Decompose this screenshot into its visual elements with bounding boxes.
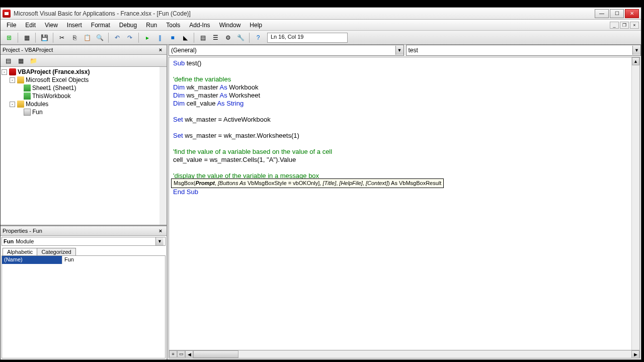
vba-app-icon	[3, 10, 11, 18]
menu-edit[interactable]: Edit	[21, 21, 40, 30]
tree-modules[interactable]: Modules	[26, 101, 48, 108]
vertical-scrollbar[interactable]: ▲	[631, 57, 639, 350]
menu-format[interactable]: Format	[87, 21, 114, 30]
scroll-thumb[interactable]	[193, 350, 238, 358]
expand-icon[interactable]: -	[10, 77, 15, 83]
titlebar: Microsoft Visual Basic for Applications …	[1, 8, 641, 20]
expand-icon[interactable]: -	[2, 69, 7, 75]
project-tree[interactable]: - VBAProject (France.xlsx) - Microsoft E…	[1, 67, 167, 225]
tab-categorized[interactable]: Categorized	[37, 248, 75, 255]
view-excel-button[interactable]: ⊞	[4, 32, 15, 43]
dropdown-arrow-icon[interactable]: ▼	[155, 237, 164, 245]
tab-alphabetic[interactable]: Alphabetic	[3, 248, 37, 255]
copy-button[interactable]: ⎘	[69, 32, 80, 43]
intellisense-tooltip: MsgBox(Prompt, [Buttons As VbMsgBoxStyle…	[171, 178, 444, 188]
project-explorer-label: Project - VBAProject	[3, 47, 53, 53]
properties-title: Properties - Fun ×	[1, 226, 167, 236]
object-combo[interactable]: (General) ▼	[169, 45, 404, 56]
horizontal-scrollbar[interactable]: ≡ ▭ ◀ ▶	[169, 350, 640, 358]
insert-module-button[interactable]: ▦	[21, 32, 32, 43]
expand-icon[interactable]: -	[10, 102, 15, 107]
tree-sheet1[interactable]: Sheet1 (Sheet1)	[32, 84, 76, 92]
break-button[interactable]: ‖	[154, 32, 166, 43]
run-button[interactable]: ▸	[142, 32, 153, 43]
menu-file[interactable]: File	[3, 21, 20, 30]
tree-thisworkbook[interactable]: ThisWorkbook	[32, 93, 70, 100]
project-icon	[9, 68, 16, 75]
procedure-combo[interactable]: test ▼	[406, 45, 641, 56]
scroll-up-icon[interactable]: ▲	[632, 57, 639, 65]
project-explorer-close-icon[interactable]: ×	[156, 46, 165, 54]
property-name: (Name)	[2, 256, 62, 264]
workbook-icon	[24, 93, 31, 100]
properties-button[interactable]: ☰	[210, 32, 221, 43]
toolbar: ⊞ ▦ 💾 ✂ ⎘ 📋 🔍 ↶ ↷ ▸ ‖ ■ ◣ ▤ ☰ ⚙ 🔧 ? Ln 1…	[1, 31, 641, 45]
cursor-position: Ln 16, Col 19	[267, 33, 348, 43]
menu-help[interactable]: Help	[246, 21, 266, 30]
close-button[interactable]: ✕	[625, 9, 639, 18]
menu-debug[interactable]: Debug	[115, 21, 141, 30]
help-button[interactable]: ?	[253, 32, 264, 43]
maximize-button[interactable]: ☐	[610, 9, 624, 18]
save-button[interactable]: 💾	[39, 32, 50, 43]
project-explorer-button[interactable]: ▤	[197, 32, 208, 43]
window-title: Microsoft Visual Basic for Applications …	[14, 10, 595, 17]
scroll-left-icon[interactable]: ◀	[185, 350, 193, 358]
minimize-button[interactable]: —	[595, 9, 609, 18]
tree-fun-module[interactable]: Fun	[32, 109, 43, 116]
menu-tools[interactable]: Tools	[162, 21, 184, 30]
full-module-view-button[interactable]: ▭	[177, 350, 185, 357]
combo-proc-value: test	[409, 47, 418, 54]
folder-icon	[17, 101, 24, 108]
module-icon	[24, 109, 31, 116]
menu-window[interactable]: Window	[215, 21, 245, 30]
project-toolbar: ▤ ▦ 📁	[1, 55, 167, 67]
tree-project-root[interactable]: VBAProject (France.xlsx)	[18, 68, 90, 75]
design-mode-button[interactable]: ◣	[180, 32, 191, 43]
find-button[interactable]: 🔍	[94, 32, 105, 43]
menubar: File Edit View Insert Format Debug Run T…	[1, 20, 641, 31]
object-browser-button[interactable]: ⚙	[222, 32, 233, 43]
reset-button[interactable]: ■	[167, 32, 178, 43]
folder-icon	[17, 76, 24, 83]
procedure-view-button[interactable]: ≡	[169, 350, 177, 357]
dropdown-arrow-icon[interactable]: ▼	[632, 46, 640, 55]
properties-close-icon[interactable]: ×	[156, 227, 165, 235]
project-explorer-title: Project - VBAProject ×	[1, 45, 167, 55]
toolbox-button[interactable]: 🔧	[235, 32, 246, 43]
properties-object-selector[interactable]: Fun Module ▼	[2, 237, 166, 246]
menu-addins[interactable]: Add-Ins	[185, 21, 214, 30]
mdi-minimize-button[interactable]: _	[610, 22, 619, 29]
undo-button[interactable]: ↶	[112, 32, 123, 43]
menu-run[interactable]: Run	[142, 21, 161, 30]
property-row: (Name) Fun	[2, 256, 165, 264]
redo-button[interactable]: ↷	[124, 32, 135, 43]
code-editor[interactable]: Sub test() 'define the variables Dim wk_…	[169, 57, 631, 350]
mdi-restore-button[interactable]: ❐	[620, 22, 629, 29]
properties-grid[interactable]: (Name) Fun	[2, 255, 166, 358]
toggle-folders-button[interactable]: 📁	[28, 55, 39, 66]
scroll-right-icon[interactable]: ▶	[631, 350, 639, 358]
mdi-close-button[interactable]: ×	[630, 22, 639, 29]
view-code-button[interactable]: ▤	[3, 55, 14, 66]
dropdown-arrow-icon[interactable]: ▼	[395, 46, 404, 55]
paste-button[interactable]: 📋	[82, 32, 93, 43]
property-value[interactable]: Fun	[62, 256, 165, 264]
cut-button[interactable]: ✂	[56, 32, 67, 43]
tree-excel-objects[interactable]: Microsoft Excel Objects	[26, 76, 89, 83]
menu-view[interactable]: View	[41, 21, 62, 30]
view-object-button[interactable]: ▦	[15, 55, 26, 66]
object-name: Fun	[4, 238, 14, 244]
object-type: Module	[16, 238, 34, 244]
menu-insert[interactable]: Insert	[63, 21, 86, 30]
sheet-icon	[24, 84, 31, 92]
properties-label: Properties - Fun	[3, 228, 42, 234]
combo-object-value: (General)	[171, 47, 197, 54]
